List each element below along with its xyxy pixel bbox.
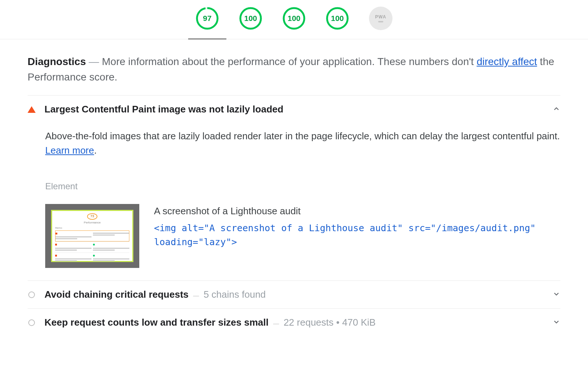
audit-header-row[interactable]: Avoid chaining critical requests — 5 cha…	[28, 289, 560, 300]
audit-header-row[interactable]: Largest Contentful Paint image was not l…	[28, 104, 560, 115]
audit-chain-requests: Avoid chaining critical requests — 5 cha…	[28, 280, 560, 308]
score-gauge-performance[interactable]: 97	[196, 7, 219, 30]
score-gauge-best-practices[interactable]: 100	[282, 7, 306, 30]
audit-subtitle: 5 chains found	[204, 289, 266, 300]
pwa-badge[interactable]: PWA	[369, 7, 392, 30]
diagnostics-link[interactable]: directly affect	[477, 56, 537, 67]
diagnostics-title: Diagnostics	[28, 56, 86, 67]
audit-title: Largest Contentful Paint image was not l…	[44, 104, 283, 115]
audit-lcp-lazy: Largest Contentful Paint image was not l…	[28, 95, 560, 280]
learn-more-link[interactable]: Learn more	[45, 145, 94, 156]
neutral-circle-icon	[28, 319, 36, 326]
element-description: A screenshot of a Lighthouse audit	[154, 204, 560, 218]
score-gauge-accessibility[interactable]: 100	[239, 7, 262, 30]
score-value: 100	[282, 7, 306, 30]
score-value: 97	[196, 7, 219, 30]
thumbnail-score: 73	[87, 213, 97, 220]
chevron-up-icon[interactable]	[552, 105, 560, 114]
score-value: 100	[326, 7, 349, 30]
audit-title: Keep request counts low and transfer siz…	[44, 317, 269, 328]
element-code: <img alt="A screenshot of a Lighthouse a…	[154, 221, 560, 249]
chevron-down-icon[interactable]	[552, 290, 560, 300]
audit-title: Avoid chaining critical requests	[44, 289, 189, 300]
diagnostics-header: Diagnostics — More information about the…	[28, 54, 560, 85]
pwa-label: PWA	[375, 14, 386, 19]
audit-body: Above-the-fold images that are lazily lo…	[28, 115, 560, 272]
audit-subtitle: 22 requests • 470 KiB	[284, 317, 376, 328]
neutral-circle-icon	[28, 291, 36, 298]
score-header: 97 100 100 100 PWA	[0, 0, 588, 39]
diagnostics-desc-before: More information about the performance o…	[102, 56, 477, 67]
pwa-dash-icon	[378, 21, 383, 22]
element-thumbnail: 73 Performance Metrics	[45, 204, 139, 268]
score-gauge-seo[interactable]: 100	[326, 7, 349, 30]
element-label: Element	[45, 180, 560, 193]
audit-request-counts: Keep request counts low and transfer siz…	[28, 308, 560, 336]
score-value: 100	[239, 7, 262, 30]
chevron-down-icon[interactable]	[552, 318, 560, 327]
thumbnail-title: Performance	[55, 221, 129, 225]
audit-description: Above-the-fold images that are lazily lo…	[45, 130, 560, 141]
warning-triangle-icon	[28, 106, 36, 113]
audit-header-row[interactable]: Keep request counts low and transfer siz…	[28, 317, 560, 328]
